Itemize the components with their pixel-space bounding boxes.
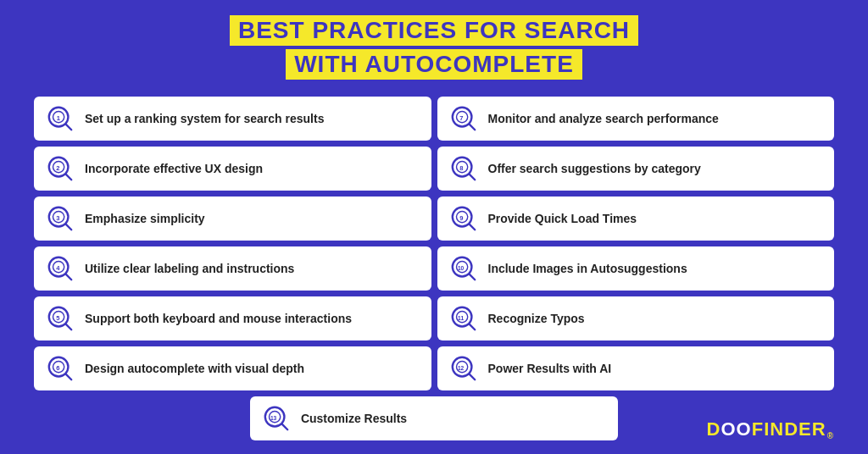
bottom-row: 13 Customize Results DOOFINDER ® [34, 396, 834, 440]
list-item: 6 Design autocomplete with visual depth [34, 346, 431, 390]
svg-text:11: 11 [457, 315, 464, 321]
search-icon-9: 9 [449, 204, 478, 233]
search-icon-2: 2 [46, 154, 75, 183]
search-icon-5: 5 [46, 304, 75, 333]
list-item: 13 Customize Results [250, 396, 618, 440]
svg-text:13: 13 [270, 415, 277, 421]
item-12-text: Power Results with AI [488, 361, 612, 376]
list-item: 7 Monitor and analyze search performance [437, 97, 835, 141]
list-item: 1 Set up a ranking system for search res… [34, 97, 431, 141]
svg-text:12: 12 [457, 365, 464, 371]
title-line-2: WITH AUTOCOMPLETE [286, 49, 582, 80]
item-8-text: Offer search suggestions by category [488, 161, 701, 176]
item-7-text: Monitor and analyze search performance [488, 111, 719, 126]
svg-text:5: 5 [56, 314, 59, 322]
list-item: 9 Provide Quick Load Times [437, 197, 835, 241]
title-block: BEST PRACTICES FOR SEARCH WITH AUTOCOMPL… [230, 15, 638, 83]
item-3-text: Emphasize simplicity [85, 211, 205, 226]
list-item: 10 Include Images in Autosuggestions [437, 246, 835, 291]
svg-line-25 [66, 274, 72, 280]
svg-line-13 [469, 174, 475, 180]
svg-text:1: 1 [57, 114, 60, 122]
item-6-text: Design autocomplete with visual depth [85, 361, 304, 376]
svg-text:2: 2 [56, 164, 59, 172]
svg-line-41 [66, 374, 72, 380]
svg-line-33 [66, 324, 72, 330]
search-icon-6: 6 [46, 354, 75, 383]
brand-logo: DOOFINDER ® [707, 418, 834, 440]
svg-line-45 [469, 374, 475, 380]
list-item: 4 Utilize clear labeling and instruction… [34, 246, 431, 291]
svg-text:7: 7 [459, 114, 463, 122]
search-icon-1: 1 [46, 104, 75, 133]
svg-line-1 [66, 125, 72, 130]
search-icon-12: 12 [449, 354, 478, 383]
svg-line-5 [469, 125, 475, 130]
list-item: 3 Emphasize simplicity [34, 197, 431, 241]
search-icon-3: 3 [46, 204, 75, 233]
list-item: 11 Recognize Typos [437, 296, 835, 340]
svg-line-9 [66, 174, 72, 180]
item-4-text: Utilize clear labeling and instructions [85, 261, 294, 276]
search-icon-10: 10 [449, 254, 478, 283]
svg-line-17 [66, 224, 72, 230]
svg-line-49 [281, 424, 287, 430]
item-1-text: Set up a ranking system for search resul… [85, 111, 324, 126]
svg-text:9: 9 [459, 214, 463, 222]
list-item: 8 Offer search suggestions by category [437, 147, 835, 191]
items-grid: 1 Set up a ranking system for search res… [34, 97, 834, 390]
list-item: 2 Incorporate effective UX design [34, 147, 431, 191]
search-icon-11: 11 [449, 304, 478, 333]
brand-finder: FINDER [752, 418, 826, 440]
item-11-text: Recognize Typos [488, 311, 585, 326]
search-icon-4: 4 [46, 254, 75, 283]
svg-line-37 [469, 324, 475, 330]
list-item: 5 Support both keyboard and mouse intera… [34, 296, 431, 340]
search-icon-8: 8 [449, 154, 478, 183]
item-13-text: Customize Results [301, 411, 407, 426]
brand-d1: D [707, 418, 721, 440]
svg-line-21 [469, 224, 475, 230]
item-9-text: Provide Quick Load Times [488, 211, 637, 226]
svg-text:6: 6 [56, 364, 59, 372]
svg-text:8: 8 [459, 164, 463, 172]
item-2-text: Incorporate effective UX design [85, 161, 263, 176]
search-icon-13: 13 [262, 404, 291, 433]
search-icon-7: 7 [449, 104, 478, 133]
svg-text:10: 10 [457, 265, 464, 271]
svg-text:3: 3 [56, 214, 59, 222]
list-item: 12 Power Results with AI [437, 346, 835, 390]
svg-line-29 [469, 274, 475, 280]
item-10-text: Include Images in Autosuggestions [488, 261, 687, 276]
title-line-1: BEST PRACTICES FOR SEARCH [230, 15, 638, 46]
brand-oo: OO [721, 418, 752, 440]
item-5-text: Support both keyboard and mouse interact… [85, 311, 352, 326]
